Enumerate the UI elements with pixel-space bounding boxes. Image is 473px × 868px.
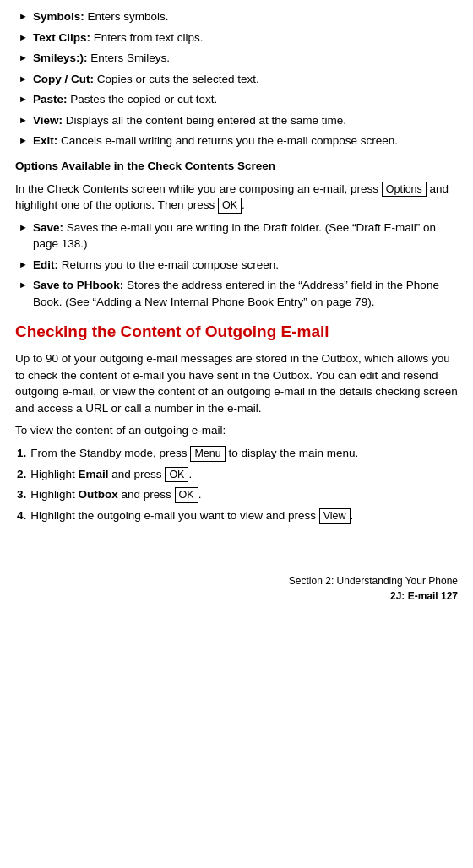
footer-line2: 2J: E-mail 127 <box>15 589 458 604</box>
bullet-arrow-icon: ► <box>19 114 28 127</box>
bullet-edit-text: Returns you to the e-mail compose screen… <box>58 258 279 271</box>
step-3-num: 3. <box>17 486 26 503</box>
bullet-textclips-text: Enters from text clips. <box>90 31 204 44</box>
check-bullets: ► Save: Saves the e-mail you are writing… <box>15 220 458 311</box>
bullet-arrow-icon: ► <box>19 10 28 24</box>
step-2-text-before: Highlight <box>30 468 78 480</box>
view-button: View <box>319 508 351 524</box>
bullet-edit-label: Edit: <box>33 258 58 271</box>
bullet-copycut-label: Copy / Cut: <box>33 73 94 85</box>
bullet-smileys-label: Smileys:): <box>33 52 88 64</box>
step-2-bold: Email <box>79 468 109 480</box>
bullet-exit-text: Cancels e-mail writing and returns you t… <box>57 134 398 147</box>
step-2-period: . <box>188 468 192 480</box>
bullet-textclips-label: Text Clips: <box>33 31 90 44</box>
bullet-save-phbook: ► Save to PHbook: Stores the address ent… <box>15 277 458 310</box>
bullet-smileys-text: Enters Smileys. <box>87 52 170 64</box>
bullet-view: ► View: Displays all the content being e… <box>15 112 458 129</box>
bullet-savephbook-label: Save to PHbook: <box>33 279 123 291</box>
bullet-edit: ► Edit: Returns you to the e-mail compos… <box>15 257 458 274</box>
bullet-save-label: Save: <box>33 221 63 234</box>
bullet-arrow-icon: ► <box>19 52 28 65</box>
bullet-arrow-icon: ► <box>19 258 28 272</box>
steps-list: 1. From the Standby mode, press Menu to … <box>15 445 458 524</box>
top-bullets: ► Symbols: Enters symbols. ► Text Clips:… <box>15 8 458 149</box>
step-1-num: 1. <box>17 445 26 462</box>
footer-line1: Section 2: Understanding Your Phone <box>15 574 458 589</box>
bullet-exit: ► Exit: Cancels e-mail writing and retur… <box>15 133 458 149</box>
bullet-arrow-icon: ► <box>19 279 28 292</box>
bullet-textclips: ► Text Clips: Enters from text clips. <box>15 30 458 46</box>
bullet-smileys: ► Smileys:): Enters Smileys. <box>15 50 458 67</box>
bullet-copycut: ► Copy / Cut: Copies or cuts the selecte… <box>15 71 458 88</box>
step-3: 3. Highlight Outbox and press OK. <box>17 486 458 503</box>
step-4: 4. Highlight the outgoing e-mail you wan… <box>17 507 458 524</box>
step-1-text-after: to display the main menu. <box>228 447 358 459</box>
step-4-content: Highlight the outgoing e-mail you want t… <box>30 507 353 524</box>
check-contents-end-period: . <box>242 198 245 211</box>
check-contents-intro-text: In the Check Contents screen while you a… <box>15 182 378 195</box>
options-button: Options <box>382 182 427 197</box>
ok-button-1: OK <box>218 198 242 213</box>
step-4-text-before: Highlight the outgoing e-mail you want t… <box>30 509 318 522</box>
step-1-content: From the Standby mode, press Menu to dis… <box>30 445 358 462</box>
step-2-content: Highlight Email and press OK. <box>30 466 192 483</box>
step-4-num: 4. <box>17 507 26 524</box>
menu-button: Menu <box>190 446 225 461</box>
ok-button-2: OK <box>165 467 188 482</box>
bullet-view-label: View: <box>33 114 63 127</box>
bullet-paste: ► Paste: Pastes the copied or cut text. <box>15 91 458 108</box>
check-contents-intro-para: In the Check Contents screen while you a… <box>15 181 458 214</box>
step-3-bold: Outbox <box>79 488 118 501</box>
bullet-symbols: ► Symbols: Enters symbols. <box>15 8 458 25</box>
step-3-text-before: Highlight <box>30 488 78 501</box>
step-3-text-mid: and press <box>118 488 175 501</box>
step-3-period: . <box>198 488 202 501</box>
bullet-arrow-icon: ► <box>19 93 28 106</box>
check-contents-heading: Options Available in the Check Contents … <box>15 158 458 175</box>
step-1-text-before: From the Standby mode, press <box>30 447 187 459</box>
section-title: Checking the Content of Outgoing E-mail <box>15 322 458 342</box>
step-4-period: . <box>351 509 354 522</box>
step-2: 2. Highlight Email and press OK. <box>17 466 458 483</box>
bullet-arrow-icon: ► <box>19 221 28 235</box>
ok-button-3: OK <box>175 487 198 502</box>
bullet-copycut-text: Copies or cuts the selected text. <box>94 73 259 85</box>
step-2-text-mid: and press <box>109 468 166 480</box>
bullet-arrow-icon: ► <box>19 31 28 45</box>
bullet-save-text: Saves the e-mail you are writing in the … <box>33 221 436 251</box>
bullet-symbols-text: Enters symbols. <box>84 10 169 23</box>
bullet-save: ► Save: Saves the e-mail you are writing… <box>15 220 458 252</box>
bullet-arrow-icon: ► <box>19 134 28 148</box>
bullet-arrow-icon: ► <box>19 73 28 86</box>
section-para2: To view the content of an outgoing e-mai… <box>15 422 458 439</box>
bullet-symbols-label: Symbols: <box>33 10 84 23</box>
step-2-num: 2. <box>17 466 26 483</box>
section-para1: Up to 90 of your outgoing e-mail message… <box>15 350 458 416</box>
step-3-content: Highlight Outbox and press OK. <box>30 486 201 503</box>
bullet-paste-label: Paste: <box>33 93 68 106</box>
step-1: 1. From the Standby mode, press Menu to … <box>17 445 458 462</box>
bullet-view-text: Displays all the content being entered a… <box>63 114 346 127</box>
bullet-exit-label: Exit: <box>33 134 57 147</box>
bullet-paste-text: Pastes the copied or cut text. <box>67 93 217 106</box>
